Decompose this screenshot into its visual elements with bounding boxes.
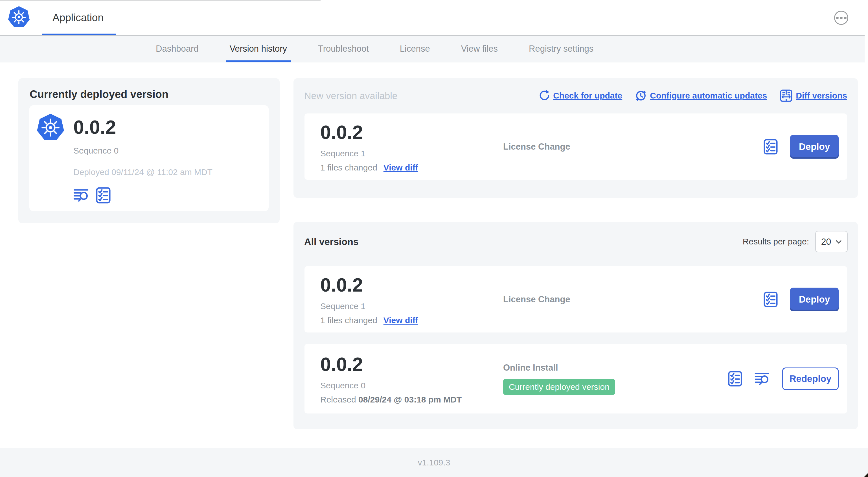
checklist-icon xyxy=(728,371,742,387)
currently-deployed-badge: Currently deployed version xyxy=(503,379,615,395)
version-row: 0.0.2 Sequence 1 1 files changed View di… xyxy=(305,266,847,332)
deploy-logs-button[interactable] xyxy=(73,188,89,202)
app-subnav: Dashboard Version history Troubleshoot L… xyxy=(0,35,868,62)
deploy-logs-button[interactable] xyxy=(754,372,770,385)
all-versions-panel: All versions Results per page: 20 0.0.2 … xyxy=(293,222,858,429)
chevron-down-icon xyxy=(836,240,842,244)
configure-automatic-updates-link[interactable]: Configure automatic updates xyxy=(635,90,767,101)
cursor-artifact xyxy=(864,473,868,477)
all-versions-title: All versions xyxy=(304,236,359,247)
preflight-checks-button[interactable] xyxy=(764,139,778,155)
window-edge-artifact xyxy=(0,0,320,1)
app-footer: v1.109.3 xyxy=(0,448,868,477)
preflight-checks-button[interactable] xyxy=(728,371,742,387)
scrollbar-gutter xyxy=(865,35,868,62)
diff-versions-link[interactable]: Diff versions xyxy=(780,89,847,102)
app-title-tab[interactable]: Application xyxy=(53,0,103,35)
new-version-panel: New version available Check for update C… xyxy=(293,78,858,198)
logs-icon xyxy=(73,188,89,202)
refresh-icon xyxy=(538,90,550,101)
version-source-label: Online Install xyxy=(503,363,728,373)
deploy-button[interactable]: Deploy xyxy=(790,135,839,159)
tab-registry-settings[interactable]: Registry settings xyxy=(529,36,593,62)
currently-deployed-panel: Currently deployed version 0.0.2 Sequenc… xyxy=(18,78,280,223)
results-per-page-select[interactable]: 20 xyxy=(815,231,848,252)
version-row: 0.0.2 Sequence 0 Released 08/29/24 @ 03:… xyxy=(305,344,847,414)
console-version: v1.109.3 xyxy=(417,458,450,468)
preflight-checks-button[interactable] xyxy=(96,187,111,204)
files-changed-label: 1 files changed xyxy=(320,163,377,173)
version-sequence: Sequence 1 xyxy=(320,301,503,311)
checklist-icon xyxy=(764,139,778,155)
preflight-checks-button[interactable] xyxy=(764,292,778,307)
logs-icon xyxy=(754,372,770,385)
view-diff-link[interactable]: View diff xyxy=(383,316,418,325)
deployed-timestamp: Deployed 09/11/24 @ 11:02 am MDT xyxy=(73,168,213,177)
redeploy-button[interactable]: Redeploy xyxy=(782,367,839,390)
view-diff-link[interactable]: View diff xyxy=(383,163,418,173)
app-header: Application xyxy=(0,0,868,35)
results-per-page-label: Results per page: xyxy=(743,237,809,246)
tab-license[interactable]: License xyxy=(400,36,430,62)
new-version-title: New version available xyxy=(304,90,398,101)
files-changed-label: 1 files changed xyxy=(320,316,377,325)
check-for-update-link[interactable]: Check for update xyxy=(538,90,622,101)
released-timestamp: Released 08/29/24 @ 03:18 pm MDT xyxy=(320,395,503,405)
tab-view-files[interactable]: View files xyxy=(461,36,498,62)
tab-troubleshoot[interactable]: Troubleshoot xyxy=(318,36,369,62)
kubernetes-app-icon xyxy=(37,114,64,141)
version-source-label: License Change xyxy=(503,294,764,304)
checklist-icon xyxy=(764,292,778,307)
currently-deployed-card: 0.0.2 Sequence 0 Deployed 09/11/24 @ 11:… xyxy=(29,105,269,211)
deploy-button[interactable]: Deploy xyxy=(790,288,839,311)
version-number: 0.0.2 xyxy=(320,121,503,143)
version-number: 0.0.2 xyxy=(320,274,503,296)
kubernetes-logo-icon xyxy=(8,6,30,29)
deployed-sequence: Sequence 0 xyxy=(73,146,213,155)
checklist-icon xyxy=(96,187,111,204)
tab-version-history[interactable]: Version history xyxy=(230,36,287,62)
auto-update-clock-icon xyxy=(635,90,647,101)
ellipsis-menu-button[interactable] xyxy=(834,11,848,25)
version-number: 0.0.2 xyxy=(320,353,503,375)
diff-columns-icon xyxy=(780,89,793,102)
new-version-row: 0.0.2 Sequence 1 1 files changed View di… xyxy=(305,114,847,180)
version-source-label: License Change xyxy=(503,142,764,152)
version-sequence: Sequence 0 xyxy=(320,381,503,390)
currently-deployed-title: Currently deployed version xyxy=(30,88,280,100)
deployed-version-number: 0.0.2 xyxy=(73,116,213,138)
version-sequence: Sequence 1 xyxy=(320,149,503,158)
ellipsis-icon xyxy=(836,17,839,19)
tab-dashboard[interactable]: Dashboard xyxy=(156,36,199,62)
